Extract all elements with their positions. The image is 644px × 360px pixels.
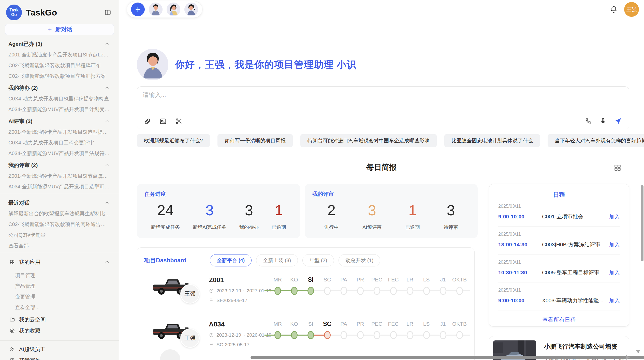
milestone-node-SI[interactable] [308, 331, 314, 339]
join-link[interactable]: 加入 [609, 297, 620, 304]
suggestion-chip[interactable]: 欧洲新规最近颁布了什么? [137, 134, 210, 147]
suggestion-chip[interactable]: 当下年轻人对汽车外观有怎样的喜好趋势 [548, 134, 644, 147]
recent-chat-item[interactable]: C02-飞腾新能源轻客改款项目的闭环通告反馈情况 [0, 221, 119, 227]
sidebar-section-header[interactable]: AI评审 (3) [0, 118, 119, 124]
recent-chat-item[interactable]: 公司Q3轻卡销量 [0, 232, 119, 238]
milestone-node-PEC[interactable] [374, 331, 380, 339]
scroll-right-arrow[interactable] [626, 355, 630, 360]
app-item[interactable]: 产品管理 [0, 283, 119, 289]
milestone-node-MR[interactable] [274, 331, 281, 339]
milestone-label: FEC [385, 273, 402, 286]
sidebar-item-star-badge[interactable]: 我的收藏 [0, 325, 119, 336]
milestone-node-FEC[interactable] [390, 287, 397, 295]
star-badge-icon [9, 328, 15, 334]
sidebar-item-my-apps[interactable]: 我的应用 [0, 257, 119, 268]
chat-input[interactable] [143, 91, 550, 113]
sidebar-item-folder[interactable]: 我的云空间 [0, 314, 119, 325]
horizontal-scrollbar-thumb[interactable] [251, 356, 644, 359]
sidebar-item[interactable]: Z001-全新燃油轻卡产品开发项目SI造型提交物评审 [0, 129, 119, 135]
milestone-node-KO[interactable] [291, 331, 298, 339]
milestone-node-PA[interactable] [341, 287, 347, 295]
sidebar-section-header[interactable]: 我的评审 (2) [0, 162, 119, 168]
app-item[interactable]: 变更管理 [0, 294, 119, 300]
milestone-node-KO[interactable] [291, 287, 298, 295]
send-icon[interactable] [614, 117, 622, 125]
attach-icon[interactable] [144, 118, 151, 125]
milestone-node-J1[interactable] [440, 287, 446, 295]
contact-avatar[interactable] [184, 3, 198, 16]
milestone-node-LS[interactable] [423, 331, 430, 339]
sidebar-item[interactable]: Z001-全新燃油皮卡产品开发项目SI节点Lesson Learn报告 [0, 52, 119, 58]
suggestion-chip[interactable]: 特朗普可能对进口汽车增税会对中国车企造成哪些影响 [300, 134, 437, 147]
bell-icon[interactable] [610, 6, 618, 13]
app-item[interactable]: 查看全部... [0, 304, 119, 310]
sidebar-collapse-icon[interactable] [105, 9, 111, 16]
dashboard-tab[interactable]: 动总开发 (1) [339, 254, 380, 266]
stat: 1已逾期 [405, 202, 420, 231]
milestone-node-OKTB[interactable] [456, 287, 463, 295]
contact-avatar[interactable] [167, 3, 180, 16]
join-link[interactable]: 加入 [609, 213, 620, 220]
sidebar-item[interactable]: A034-全新新能源MUV产品开发项目造型可行性评审 [0, 184, 119, 190]
stat-label: 新增完成任务 [151, 224, 180, 231]
sidebar-item[interactable]: C02-飞腾新能源轻客改款项目里程碑画布 [0, 62, 119, 68]
join-link[interactable]: 加入 [609, 241, 620, 248]
contact-avatar[interactable] [149, 3, 163, 16]
sidebar-tool-users[interactable]: AI超级员工 [0, 344, 119, 355]
schedule-line: 13:00-14:30C003|H0B-方案冻结评审加入 [498, 241, 620, 248]
milestone-node-J1[interactable] [440, 331, 446, 339]
scroll-down-arrow[interactable] [636, 350, 640, 353]
mic-icon[interactable] [599, 117, 607, 125]
dashboard-tab[interactable]: 全新上装 (3) [256, 254, 298, 266]
news-title: 小鹏飞行汽车制造公司增资 [544, 342, 625, 351]
vertical-scrollbar-thumb[interactable] [641, 185, 643, 261]
sidebar-item[interactable]: C0X4-动力总成开发项目工程变更评审 [0, 140, 119, 146]
milestone-node-LR[interactable] [407, 331, 413, 339]
sidebar-item[interactable]: A034-全新新能源MUV产品开发项目法规符合性评审 [0, 150, 119, 156]
layout-grid-icon[interactable] [613, 164, 622, 172]
sidebar-item[interactable]: C02-飞腾新能源轻客改款项目立项汇报方案 [0, 73, 119, 79]
quickbar-add-button[interactable]: + [131, 3, 145, 16]
chevron-up-icon [105, 85, 110, 91]
dashboard-tab[interactable]: 全新平台 (4) [210, 254, 252, 266]
recent-chat-item[interactable]: 查看全部... [0, 243, 119, 249]
milestone-node-FEC[interactable] [390, 331, 397, 339]
milestone-node-LR[interactable] [407, 287, 413, 295]
sidebar-tool-write[interactable]: 帮我写作 [0, 355, 119, 360]
phone-icon[interactable] [585, 117, 592, 125]
sidebar-item[interactable]: C0X4-动力总成开发项目SI里程碑提交物检查 [0, 96, 119, 102]
milestone-node-MR[interactable] [274, 287, 281, 295]
view-all-schedule-link[interactable]: 查看所有日程 [498, 310, 620, 329]
milestone-node-OKTB[interactable] [456, 331, 463, 339]
sidebar-item[interactable]: A034-全新新能源MUV产品开发项目计划变更表编写 [0, 106, 119, 112]
milestone-label: PA [335, 273, 352, 286]
project-milestone-note: SI-2025-05-17 [209, 298, 267, 303]
new-chat-button[interactable]: ＋ 新对话 [5, 24, 114, 35]
suggestion-chip[interactable]: 如何写一份清晰的项目周报 [217, 134, 293, 147]
milestone-node-PR[interactable] [357, 331, 364, 339]
recent-chat-item[interactable]: 解释最新出台的欧盟报废车法规再生塑料比例被调至15%... [0, 211, 119, 217]
user-avatar[interactable]: 王强 [624, 2, 639, 17]
users-icon [9, 347, 15, 352]
suggestion-chip[interactable]: 比亚迪全固态电池计划具体说了什么 [444, 134, 540, 147]
sidebar-section-title: 我的评审 (2) [8, 162, 38, 169]
join-link[interactable]: 加入 [609, 269, 620, 276]
dashboard-tab[interactable]: 年型 (2) [302, 254, 334, 266]
sidebar-section: 我的评审 (2)Z001-全新燃油轻卡产品开发项目SI节点属性5D文件评审A03… [0, 162, 119, 190]
image-icon[interactable] [159, 118, 167, 125]
milestone-node-LS[interactable] [423, 287, 430, 295]
milestone-node-SI[interactable] [308, 287, 314, 295]
sidebar-section-header[interactable]: 我的待办 (2) [0, 85, 119, 91]
sidebar-item[interactable]: Z001-全新燃油轻卡产品开发项目SI节点属性5D文件评审 [0, 173, 119, 179]
app-item[interactable]: 项目管理 [0, 272, 119, 278]
sidebar-tool-label: 帮我写作 [19, 357, 40, 360]
milestone-node-SC[interactable] [324, 287, 331, 295]
sidebar-section-header[interactable]: Agent已办 (3) [0, 41, 119, 47]
milestone-node-SC[interactable] [324, 331, 331, 339]
milestone-node-PEC[interactable] [374, 287, 380, 295]
milestone-label: SC [319, 273, 335, 286]
cut-icon[interactable] [175, 118, 182, 125]
sidebar-section-header[interactable]: 最近对话 [0, 200, 119, 206]
milestone-node-PA[interactable] [341, 331, 347, 339]
milestone-node-PR[interactable] [357, 287, 364, 295]
